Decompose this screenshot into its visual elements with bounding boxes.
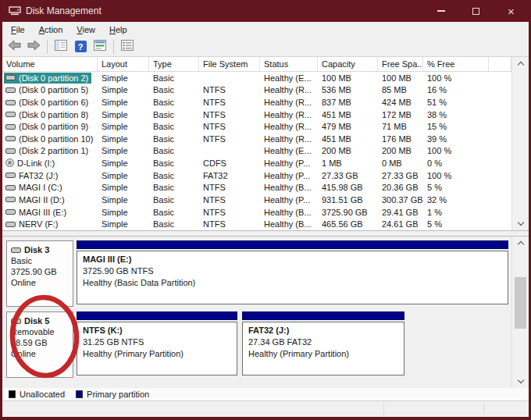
partition-fat32-j-[interactable]: FAT32 (J:)27.34 GB FAT32Healthy (Primary… bbox=[242, 311, 404, 378]
help-icon: ? bbox=[75, 41, 87, 52]
scroll-down-icon[interactable] bbox=[512, 375, 529, 388]
partition-health: Healthy (Basic Data Partition) bbox=[83, 277, 508, 289]
column-header-file-system[interactable]: File System bbox=[199, 57, 260, 71]
partition-size-fs: 31.25 GB NTFS bbox=[83, 336, 237, 348]
cell-pct: 39 % bbox=[423, 134, 489, 144]
menu-file[interactable]: File bbox=[4, 23, 32, 36]
console-tree-button[interactable] bbox=[52, 38, 69, 55]
cell-pct: 51 % bbox=[423, 98, 489, 107]
help-button[interactable]: ? bbox=[72, 38, 89, 55]
cell-fs: NTFS bbox=[199, 208, 260, 217]
column-header-type[interactable]: Type bbox=[149, 57, 199, 71]
cell-status: Healthy (E... bbox=[260, 146, 318, 155]
table-row[interactable]: (Disk 2 partition 1)SimpleBasicHealthy (… bbox=[2, 145, 511, 158]
cell-capacity: 100 MB bbox=[318, 73, 378, 83]
cell-fs: NTFS bbox=[199, 85, 260, 94]
cell-free: 85 MB bbox=[378, 85, 423, 94]
scrollbar-thumb[interactable] bbox=[515, 277, 526, 329]
table-row[interactable]: MAGI III (E:)SimpleBasicNTFSHealthy (B..… bbox=[2, 206, 511, 219]
partition-magi-iii-e-[interactable]: MAGI III (E:)3725.90 GB NTFSHealthy (Bas… bbox=[77, 240, 508, 307]
forward-icon bbox=[27, 40, 41, 54]
cell-volume: NERV (F:) bbox=[2, 219, 98, 230]
volume-label-wrap: (Disk 0 partition 8) bbox=[4, 109, 91, 120]
cell-pct: 15 % bbox=[423, 122, 489, 131]
cell-fs: NTFS bbox=[199, 110, 260, 119]
cell-status: Healthy (R... bbox=[260, 134, 318, 144]
cell-fs: NTFS bbox=[199, 122, 260, 131]
column-header--free[interactable]: % Free bbox=[423, 57, 489, 71]
cell-layout: Simple bbox=[98, 171, 149, 180]
partition-color-bar bbox=[77, 311, 237, 320]
cell-volume: (Disk 2 partition 1) bbox=[2, 145, 98, 156]
menu-view[interactable]: View bbox=[69, 23, 102, 36]
cell-status: Healthy (P... bbox=[260, 195, 318, 205]
back-icon bbox=[8, 40, 21, 54]
table-row[interactable]: (Disk 0 partition 10)SimpleBasicNTFSHeal… bbox=[2, 133, 511, 145]
column-header-layout[interactable]: Layout bbox=[98, 57, 149, 71]
cell-status: Healthy (P... bbox=[260, 171, 318, 180]
cell-pct: 32 % bbox=[423, 195, 489, 205]
volume-label-wrap: (Disk 0 partition 5) bbox=[4, 84, 91, 95]
disk-media: Basic bbox=[11, 255, 73, 266]
disk-header-cell[interactable]: Disk 5Removable58.59 GBOnline bbox=[6, 311, 73, 378]
title-bar: Disk Management × bbox=[2, 0, 529, 22]
volume-label-wrap: FAT32 (J:) bbox=[4, 170, 62, 181]
table-row[interactable]: (Disk 0 partition 9)SimpleBasicNTFSHealt… bbox=[2, 120, 511, 133]
partition-body: NTFS (K:)31.25 GB NTFSHealthy (Primary P… bbox=[77, 322, 237, 376]
drive-icon bbox=[5, 173, 16, 178]
cell-fs: FAT32 bbox=[199, 171, 260, 180]
table-row[interactable]: (Disk 0 partition 5)SimpleBasicNTFSHealt… bbox=[2, 84, 511, 97]
graphical-view: Disk 3Basic3725.90 GBOnlineMAGI III (E:)… bbox=[2, 236, 529, 388]
cell-layout: Simple bbox=[98, 110, 149, 119]
partition-region: NTFS (K:)31.25 GB NTFSHealthy (Primary P… bbox=[77, 311, 510, 379]
cell-type: Basic bbox=[149, 171, 199, 180]
disk-media: Removable bbox=[11, 326, 73, 337]
table-row[interactable]: MAGI II (D:)SimpleBasicNTFSHealthy (P...… bbox=[2, 194, 511, 206]
volume-label-wrap: MAGI III (E:) bbox=[4, 207, 69, 218]
back-button[interactable] bbox=[5, 38, 23, 55]
partition-ntfs-k-[interactable]: NTFS (K:)31.25 GB NTFSHealthy (Primary P… bbox=[77, 311, 237, 378]
menu-action[interactable]: Action bbox=[32, 23, 70, 36]
table-row[interactable]: D-Link (I:)SimpleBasicCDFSHealthy (P...1… bbox=[2, 157, 511, 169]
menu-help[interactable]: Help bbox=[102, 23, 134, 36]
volume-name: (Disk 2 partition 1) bbox=[19, 146, 88, 155]
column-header-free-spa-[interactable]: Free Spa... bbox=[378, 57, 423, 71]
drive-icon bbox=[5, 148, 16, 154]
cell-volume: FAT32 (J:) bbox=[2, 170, 98, 181]
volume-name: (Disk 0 partition 6) bbox=[19, 98, 88, 107]
volume-name: (Disk 0 partition 9) bbox=[19, 122, 88, 131]
disk-list-button[interactable] bbox=[91, 38, 109, 55]
volume-list-scrollbar[interactable] bbox=[511, 57, 529, 230]
table-row[interactable]: FAT32 (J:)SimpleBasicFAT32Healthy (P...2… bbox=[2, 169, 511, 182]
table-row[interactable]: (Disk 0 partition 8)SimpleBasicNTFSHealt… bbox=[2, 109, 511, 121]
scroll-up-icon[interactable] bbox=[512, 237, 529, 250]
column-header-status[interactable]: Status bbox=[260, 57, 318, 71]
minimize-button[interactable] bbox=[423, 0, 458, 22]
table-row[interactable]: (Disk 0 partition 2)SimpleBasicHealthy (… bbox=[2, 72, 511, 84]
properties-button[interactable] bbox=[119, 38, 136, 55]
close-button[interactable]: × bbox=[494, 0, 529, 22]
table-row[interactable]: NERV (F:)SimpleBasicNTFSHealthy (B...465… bbox=[2, 218, 511, 230]
cell-pct: 100 % bbox=[423, 73, 489, 83]
disk-header-cell[interactable]: Disk 3Basic3725.90 GBOnline bbox=[6, 240, 73, 307]
cell-status: Healthy (R... bbox=[260, 98, 318, 107]
cell-layout: Simple bbox=[98, 219, 149, 229]
table-row[interactable]: (Disk 0 partition 6)SimpleBasicNTFSHealt… bbox=[2, 96, 511, 109]
cell-capacity: 931.51 GB bbox=[318, 195, 378, 205]
forward-button[interactable] bbox=[25, 38, 42, 55]
column-header-volume[interactable]: Volume bbox=[2, 57, 98, 71]
volume-name: MAGI III (E:) bbox=[19, 208, 66, 217]
column-header-capacity[interactable]: Capacity bbox=[318, 57, 378, 71]
maximize-button[interactable] bbox=[458, 0, 494, 22]
scroll-down-icon[interactable] bbox=[512, 217, 529, 230]
table-row[interactable]: MAGI I (C:)SimpleBasicNTFSHealthy (B...4… bbox=[2, 181, 511, 194]
volume-list-body: (Disk 0 partition 2)SimpleBasicHealthy (… bbox=[2, 72, 511, 230]
scroll-up-icon[interactable] bbox=[512, 57, 529, 70]
disk-name-text: Disk 3 bbox=[24, 244, 49, 255]
disk-group-disk-3: Disk 3Basic3725.90 GBOnlineMAGI III (E:)… bbox=[6, 240, 510, 308]
graphical-view-scrollbar[interactable] bbox=[511, 237, 529, 388]
cell-layout: Simple bbox=[98, 85, 149, 94]
drive-icon bbox=[5, 124, 16, 130]
cell-free: 200 MB bbox=[378, 146, 423, 155]
disk-state: Online bbox=[11, 277, 73, 288]
